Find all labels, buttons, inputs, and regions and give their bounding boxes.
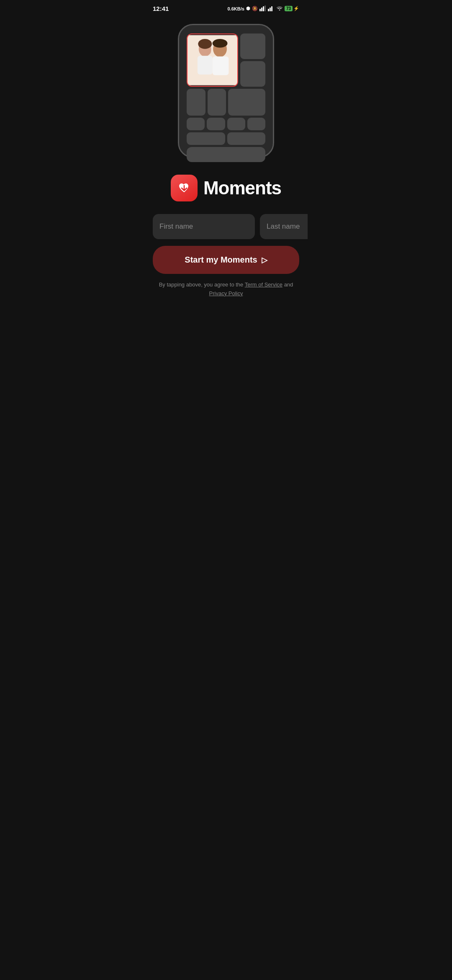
wifi-icon: [276, 6, 283, 12]
phone-mockup-area: [144, 15, 308, 170]
couple-photo-widget: [187, 34, 238, 87]
phone-row-3: [187, 118, 265, 130]
app-icon-1: [240, 34, 265, 59]
app-title: Moments: [203, 178, 281, 199]
app-icon-2: [240, 61, 265, 87]
app-icon-badge: [171, 175, 198, 201]
app-icon-10: [187, 132, 225, 145]
mute-icon: 🔕: [252, 6, 258, 11]
app-icon-3: [187, 89, 205, 116]
start-button-label: Start my Moments: [185, 255, 257, 265]
svg-rect-12: [213, 57, 229, 75]
wifi-signal-icon: [268, 5, 275, 12]
privacy-policy-link[interactable]: Privacy Policy: [209, 290, 243, 297]
first-name-input[interactable]: [153, 214, 255, 239]
brand-area: Moments: [171, 175, 281, 201]
phone-row-4: [187, 132, 265, 145]
svg-point-15: [206, 48, 211, 54]
last-name-input[interactable]: [260, 214, 308, 239]
terms-conjunction: and: [282, 281, 293, 288]
svg-rect-10: [198, 56, 213, 75]
phone-screen: [187, 34, 265, 162]
app-icon-7: [207, 118, 225, 130]
name-row: [153, 214, 299, 239]
heart-icon: [177, 181, 192, 196]
charge-icon: ⚡: [293, 6, 299, 11]
phone-mockup: [178, 24, 274, 158]
bluetooth-icon: ⬢: [246, 6, 250, 11]
app-icon-9: [247, 118, 265, 130]
app-icon-6: [187, 118, 205, 130]
svg-rect-1: [261, 8, 262, 11]
app-icon-8: [227, 118, 245, 130]
svg-rect-5: [270, 8, 271, 11]
terms-prefix: By tapping above, you agree to the: [159, 281, 245, 288]
status-time: 12:41: [153, 5, 169, 12]
phone-row-2: [187, 89, 265, 116]
signal-icon: [259, 5, 266, 12]
svg-rect-0: [259, 9, 261, 11]
app-icon-4: [208, 89, 226, 116]
phone-row-1: [187, 34, 265, 87]
form-area: Start my Moments ▷ By tapping above, you…: [144, 214, 308, 298]
svg-point-14: [213, 39, 228, 48]
status-icons: 0.6KB/s ⬢ 🔕 73: [228, 5, 299, 12]
app-icon-5-large: [228, 89, 265, 116]
app-icon-11: [227, 132, 266, 145]
svg-rect-2: [263, 6, 264, 11]
start-button-arrow: ▷: [262, 255, 267, 265]
svg-point-13: [198, 39, 212, 49]
network-speed: 0.6KB/s: [228, 6, 244, 11]
terms-of-service-link[interactable]: Term of Service: [245, 281, 282, 288]
start-moments-button[interactable]: Start my Moments ▷: [153, 246, 299, 274]
svg-point-16: [214, 48, 219, 54]
svg-rect-3: [265, 5, 266, 11]
status-bar: 12:41 0.6KB/s ⬢ 🔕: [144, 0, 308, 15]
svg-rect-4: [268, 9, 269, 11]
battery-icon: 73 ⚡: [285, 6, 299, 11]
svg-rect-6: [271, 6, 272, 11]
phone-dock: [187, 147, 265, 162]
terms-text: By tapping above, you agree to the Term …: [153, 281, 299, 298]
